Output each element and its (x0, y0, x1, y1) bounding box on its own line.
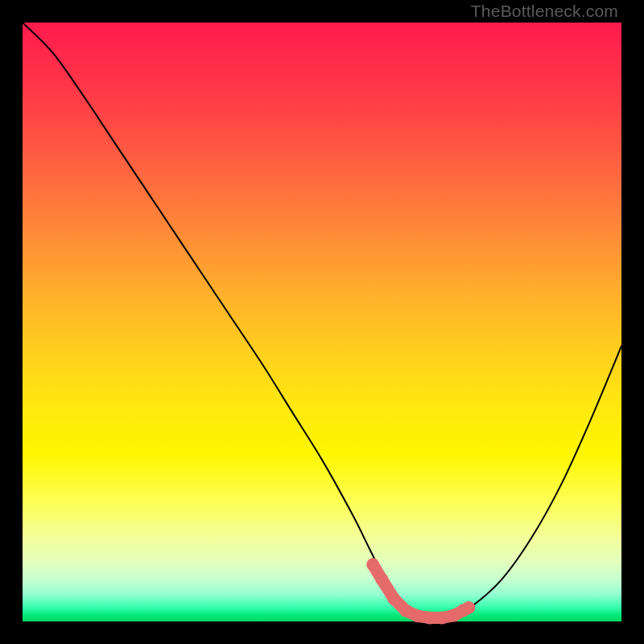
marker-dot (436, 612, 448, 625)
chart-frame: TheBottleneck.com (23, 23, 621, 621)
marker-dot (387, 592, 400, 605)
marker-dots (366, 558, 475, 624)
marker-dot (462, 601, 475, 614)
marker-dot (366, 558, 379, 571)
bottleneck-curve (23, 23, 621, 618)
marker-dot (399, 605, 412, 617)
marker-dot (375, 573, 388, 586)
marker-dot (411, 609, 424, 622)
watermark-label: TheBottleneck.com (471, 2, 618, 21)
marker-dot (423, 612, 436, 625)
chart-svg (23, 23, 621, 621)
plot-area (23, 23, 621, 621)
